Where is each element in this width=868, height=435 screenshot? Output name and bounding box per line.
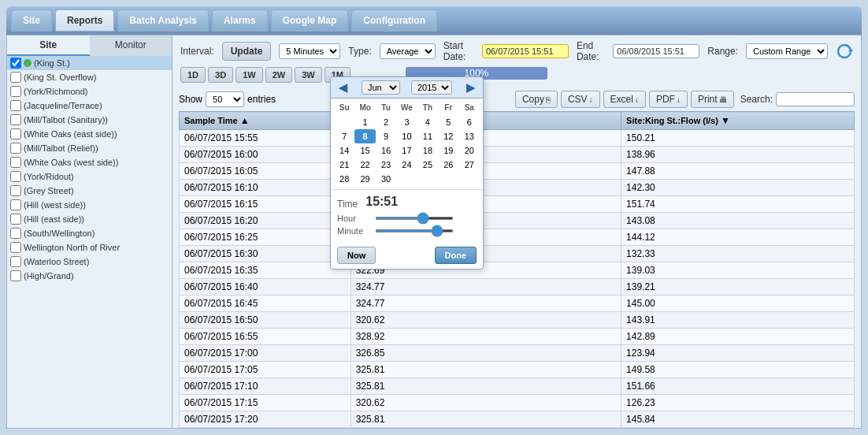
start-date-input[interactable]	[482, 44, 569, 58]
sidebar-tab-monitor[interactable]: Monitor	[90, 35, 172, 56]
copy-button[interactable]: Copy ⎘	[515, 91, 558, 108]
sidebar-checkbox[interactable]	[10, 157, 21, 168]
tab-alarms[interactable]: Alarms	[212, 9, 268, 32]
sidebar-item[interactable]: (Grey Street)	[7, 184, 172, 198]
tab-configuration[interactable]: Configuration	[351, 9, 437, 32]
sidebar-checkbox[interactable]	[10, 128, 21, 139]
end-date-input[interactable]	[613, 44, 699, 58]
cal-day[interactable]: 13	[459, 129, 480, 143]
range-btn-1w[interactable]: 1W	[236, 67, 263, 83]
col-header-sample-time[interactable]: Sample Time ▲	[180, 112, 351, 130]
cal-day[interactable]: 24	[396, 158, 417, 172]
tab-reports[interactable]: Reports	[55, 9, 114, 32]
entries-select[interactable]: 50 25 100	[206, 91, 244, 107]
cal-day[interactable]: 16	[376, 143, 396, 158]
cal-day[interactable]: 12	[438, 129, 458, 143]
cal-day[interactable]: 10	[396, 129, 417, 143]
cal-day[interactable]: 25	[417, 158, 438, 172]
sidebar-checkbox[interactable]	[10, 86, 21, 97]
sidebar-checkbox[interactable]	[10, 256, 21, 267]
interval-select[interactable]: 5 Minutes	[279, 43, 340, 59]
cal-day[interactable]: 17	[396, 143, 417, 158]
sidebar-item[interactable]: (King St. Overflow)	[7, 70, 172, 84]
type-select[interactable]: Average	[380, 43, 436, 59]
cal-day[interactable]: 27	[459, 158, 480, 172]
sidebar-item[interactable]: (White Oaks (west side))	[7, 155, 172, 169]
cal-month-select[interactable]: JanFebMarAprMayJunJulAugSepOctNovDec	[362, 80, 400, 95]
sidebar-item[interactable]: (King St.)	[7, 56, 172, 70]
range-btn-1d[interactable]: 1D	[180, 67, 206, 83]
sidebar-item[interactable]: (Waterloo Street)	[7, 255, 172, 269]
cal-day[interactable]: 4	[417, 115, 438, 129]
cal-next-button[interactable]: ▶	[463, 81, 478, 94]
refresh-icon[interactable]	[836, 43, 853, 60]
col-header-flow[interactable]: Site:King St.:Flow (l/s) ▼	[621, 112, 855, 130]
sidebar-checkbox[interactable]	[10, 171, 21, 182]
sidebar-checkbox[interactable]	[10, 270, 21, 281]
sidebar-checkbox[interactable]	[10, 185, 21, 196]
sidebar-checkbox[interactable]	[10, 143, 21, 154]
hour-slider[interactable]	[375, 217, 454, 220]
search-label: Search:	[740, 94, 773, 105]
search-input[interactable]	[776, 92, 855, 106]
sidebar-item[interactable]: (York/Ridout)	[7, 169, 172, 184]
cal-day[interactable]: 23	[376, 158, 396, 172]
sidebar-checkbox[interactable]	[10, 114, 21, 125]
cal-day[interactable]: 21	[334, 158, 354, 172]
sidebar-tab-site[interactable]: Site	[7, 35, 90, 56]
tab-batch-analysis[interactable]: Batch Analysis	[117, 9, 209, 32]
minute-slider[interactable]	[375, 229, 454, 232]
range-select[interactable]: Custom Range	[746, 43, 828, 59]
sidebar-item[interactable]: (Hill (west side))	[7, 198, 172, 212]
sidebar-item[interactable]: (South/Wellington)	[7, 226, 172, 240]
cal-day[interactable]: 3	[396, 115, 417, 129]
cal-day[interactable]: 2	[376, 115, 396, 129]
cal-prev-button[interactable]: ◀	[336, 81, 351, 94]
pdf-button[interactable]: PDF ↓	[649, 91, 688, 108]
tab-google-map[interactable]: Google Map	[271, 9, 349, 32]
sidebar-checkbox[interactable]	[10, 199, 21, 210]
cal-day[interactable]: 11	[417, 129, 438, 143]
cal-day[interactable]: 30	[376, 172, 396, 186]
csv-button[interactable]: CSV ↓	[561, 91, 600, 108]
sidebar-item[interactable]: (White Oaks (east side))	[7, 127, 172, 141]
cal-day[interactable]: 19	[438, 143, 458, 158]
cal-year-select[interactable]: 20132014201520162017	[411, 80, 452, 95]
cal-day[interactable]: 9	[376, 129, 396, 143]
cal-day[interactable]: 26	[438, 158, 458, 172]
sidebar-checkbox[interactable]	[10, 72, 21, 83]
sidebar-item[interactable]: (Mill/Talbot (Relief))	[7, 141, 172, 155]
sidebar-item[interactable]: (Jacqueline/Terrace)	[7, 99, 172, 113]
cal-done-button[interactable]: Done	[435, 247, 477, 264]
cal-now-button[interactable]: Now	[337, 247, 376, 264]
sidebar-item[interactable]: (Hill (east side))	[7, 212, 172, 226]
cal-day[interactable]: 7	[334, 129, 354, 143]
sidebar-item[interactable]: Wellington North of River	[7, 240, 172, 255]
range-btn-3w[interactable]: 3W	[295, 67, 322, 83]
cal-day[interactable]: 15	[354, 143, 375, 158]
cal-day[interactable]: 6	[459, 115, 480, 129]
tab-site[interactable]: Site	[11, 9, 52, 32]
sidebar-item[interactable]: (York/Richmond)	[7, 84, 172, 99]
sidebar-checkbox[interactable]	[10, 214, 21, 225]
cal-day[interactable]: 20	[459, 143, 480, 158]
cal-day[interactable]: 28	[334, 172, 354, 186]
sidebar-item[interactable]: (High/Grand)	[7, 269, 172, 283]
excel-button[interactable]: Excel ↓	[603, 91, 646, 108]
range-btn-2w[interactable]: 2W	[265, 67, 293, 83]
cal-day[interactable]: 5	[438, 115, 458, 129]
sidebar-item[interactable]: (Mill/Talbot (Sanitary))	[7, 113, 172, 127]
range-btn-3d[interactable]: 3D	[208, 67, 233, 83]
cal-day[interactable]: 1	[354, 115, 375, 129]
cal-day[interactable]: 8	[354, 129, 375, 143]
print-button[interactable]: Print 🖶	[691, 91, 734, 108]
sidebar-checkbox[interactable]	[10, 58, 21, 69]
cal-day[interactable]: 14	[334, 143, 354, 158]
sidebar-checkbox[interactable]	[10, 100, 21, 111]
sidebar-checkbox[interactable]	[10, 228, 21, 239]
cal-day[interactable]: 18	[417, 143, 438, 158]
sidebar-checkbox[interactable]	[10, 242, 21, 253]
cal-day[interactable]: 29	[354, 172, 375, 186]
update-button[interactable]: Update	[222, 42, 272, 61]
cal-day[interactable]: 22	[354, 158, 375, 172]
